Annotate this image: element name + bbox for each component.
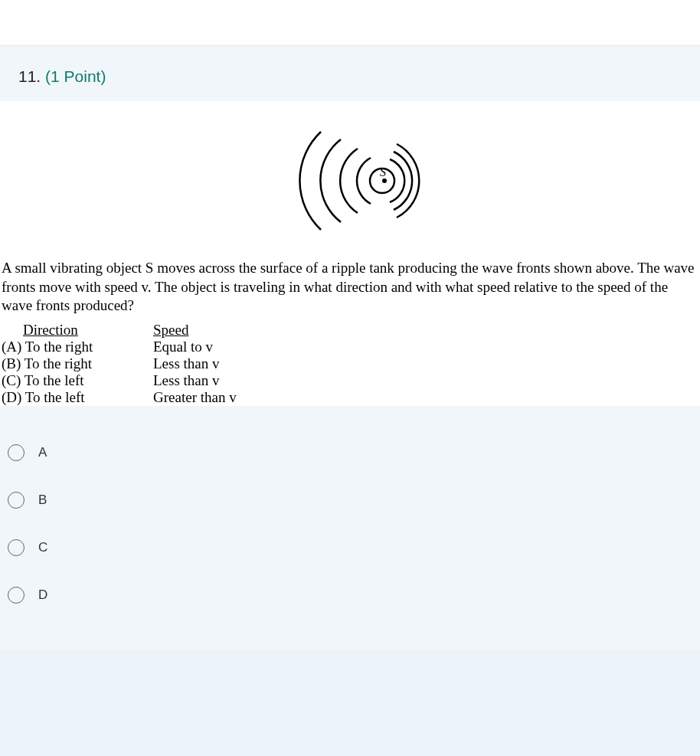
row-label: (D) To the left: [2, 389, 153, 406]
question-number: 11.: [18, 67, 41, 85]
radio-icon[interactable]: [8, 444, 25, 461]
row-speed: Equal to v: [153, 339, 213, 355]
question-text: A small vibrating object S moves across …: [0, 259, 700, 322]
table-row: (B) To the right Less than v: [0, 355, 700, 372]
question-points: (1 Point): [45, 67, 106, 85]
svg-text:S: S: [380, 165, 386, 178]
question-header: 11. (1 Point): [0, 46, 700, 101]
options-area: A B C D: [0, 406, 700, 650]
row-speed: Less than v: [153, 372, 220, 389]
row-speed: Less than v: [153, 355, 220, 372]
answer-table-header: Direction Speed: [0, 322, 700, 339]
ripple-wave-icon: S: [212, 121, 488, 244]
row-speed: Greater than v: [153, 389, 237, 406]
header-speed: Speed: [153, 322, 188, 339]
row-label: (A) To the right: [2, 339, 153, 355]
radio-icon[interactable]: [8, 539, 25, 556]
option-a[interactable]: A: [8, 429, 692, 476]
bottom-spacer: [0, 650, 700, 726]
table-row: (D) To the left Greater than v: [0, 389, 700, 406]
option-c[interactable]: C: [8, 524, 692, 571]
row-label: (C) To the left: [2, 372, 153, 389]
option-label: C: [38, 540, 47, 555]
option-d[interactable]: D: [8, 571, 692, 619]
question-container: 11. (1 Point) S: [0, 46, 700, 650]
radio-icon[interactable]: [8, 492, 25, 509]
option-b[interactable]: B: [8, 476, 692, 524]
table-row: (C) To the left Less than v: [0, 372, 700, 389]
table-row: (A) To the right Equal to v: [0, 339, 700, 355]
top-spacer: [0, 0, 700, 46]
option-label: A: [38, 445, 47, 460]
content-area: S A small vibrating object S moves acros…: [0, 101, 700, 406]
header-direction: Direction: [23, 322, 153, 339]
option-label: D: [38, 587, 47, 603]
option-label: B: [38, 493, 47, 508]
radio-icon[interactable]: [8, 587, 25, 604]
wave-diagram: S: [0, 113, 700, 259]
svg-point-0: [382, 178, 387, 183]
row-label: (B) To the right: [2, 355, 153, 372]
